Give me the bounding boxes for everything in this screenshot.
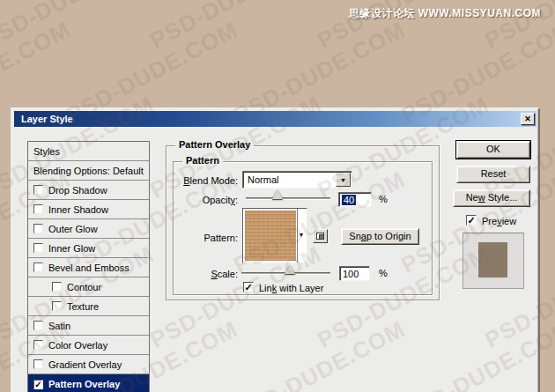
pattern-thumbnail[interactable] bbox=[245, 211, 296, 261]
scale-input[interactable]: 100 bbox=[339, 266, 370, 281]
blend-mode-select[interactable]: Normal ▼ bbox=[242, 171, 352, 189]
checkbox-icon[interactable] bbox=[33, 243, 43, 253]
checkbox-icon[interactable] bbox=[33, 204, 43, 214]
blend-mode-value: Normal bbox=[248, 174, 278, 185]
sidebar-item-label: Color Overlay bbox=[48, 340, 107, 351]
sidebar-item-styles[interactable]: Styles bbox=[28, 142, 149, 161]
sidebar-item-label: Pattern Overlay bbox=[48, 379, 120, 389]
ok-button[interactable]: OK bbox=[456, 141, 530, 159]
checkbox-icon[interactable] bbox=[33, 321, 43, 330]
sidebar-item-label: Gradient Overlay bbox=[48, 359, 122, 370]
sidebar-item-drop-shadow[interactable]: Drop Shadow bbox=[28, 181, 149, 200]
new-preset-button[interactable] bbox=[313, 229, 328, 243]
sidebar-item-inner-glow[interactable]: Inner Glow bbox=[28, 239, 149, 258]
sidebar-item-label: Satin bbox=[48, 321, 70, 331]
dialog-title: Layer Style bbox=[21, 114, 73, 124]
link-with-layer-checkbox[interactable]: ✓ bbox=[243, 282, 254, 292]
styles-list: Styles Blending Options: Default Drop Sh… bbox=[27, 141, 150, 392]
opacity-input[interactable]: 40 bbox=[338, 192, 372, 207]
new-preset-icon bbox=[316, 233, 324, 240]
checkbox-icon[interactable] bbox=[33, 359, 43, 369]
sidebar-item-label: Texture bbox=[67, 301, 99, 312]
new-style-button[interactable]: New Style... bbox=[453, 189, 530, 207]
dialog-titlebar[interactable]: Layer Style ✕ bbox=[14, 111, 536, 127]
preview-label: Preview bbox=[482, 216, 516, 226]
checkbox-icon[interactable] bbox=[52, 301, 62, 311]
sidebar-item-gradient-overlay[interactable]: Gradient Overlay bbox=[28, 355, 149, 374]
sidebar-item-color-overlay[interactable]: Color Overlay bbox=[28, 336, 149, 355]
checkbox-icon[interactable] bbox=[33, 263, 43, 272]
site-credit: 思缘设计论坛 WWW.MISSYUAN.COM bbox=[349, 6, 541, 21]
preview-layer-swatch bbox=[478, 242, 507, 277]
scale-value: 100 bbox=[343, 269, 359, 279]
opacity-slider-track[interactable] bbox=[246, 197, 330, 200]
sidebar-item-label: Contour bbox=[67, 282, 101, 292]
opacity-slider-thumb[interactable] bbox=[272, 190, 283, 199]
reset-button[interactable]: Reset bbox=[456, 166, 530, 183]
layer-style-dialog: Layer Style ✕ Styles Blending Options: D… bbox=[11, 107, 540, 392]
snap-to-origin-button[interactable]: Snap to Origin bbox=[341, 228, 419, 245]
checkbox-checked-icon[interactable]: ✓ bbox=[33, 380, 43, 389]
sidebar-item-inner-shadow[interactable]: Inner Shadow bbox=[28, 200, 149, 219]
preview-thumbnail bbox=[462, 233, 524, 289]
sidebar-item-label: Outer Glow bbox=[48, 224, 98, 234]
sidebar-item-label: Drop Shadow bbox=[48, 185, 107, 196]
watermark-text: PSD-DUDE.COM bbox=[145, 0, 326, 55]
checkbox-icon[interactable] bbox=[33, 340, 43, 350]
checkbox-icon[interactable] bbox=[52, 282, 62, 292]
sidebar-item-label: Styles bbox=[33, 146, 60, 157]
sidebar-item-contour[interactable]: Contour bbox=[28, 277, 149, 297]
sidebar-item-label: Inner Shadow bbox=[48, 204, 108, 215]
link-with-layer-label: Link with Layer bbox=[259, 283, 323, 293]
watermark-text: PSD-DUDE.COM bbox=[0, 0, 159, 55]
opacity-unit: % bbox=[379, 194, 388, 204]
checkbox-icon[interactable] bbox=[33, 185, 43, 195]
opacity-value: 40 bbox=[342, 195, 356, 205]
pattern-label: Pattern: bbox=[176, 233, 238, 243]
scale-label: Scale: bbox=[176, 269, 238, 279]
sidebar-item-label: Blending Options: Default bbox=[33, 166, 144, 176]
sidebar-item-pattern-overlay[interactable]: ✓ Pattern Overlay bbox=[28, 374, 149, 392]
scale-slider-thumb[interactable] bbox=[285, 265, 295, 274]
sidebar-item-bevel-and-emboss[interactable]: Bevel and Emboss bbox=[28, 258, 149, 277]
sidebar-item-label: Inner Glow bbox=[48, 243, 95, 254]
sidebar-item-blending-options[interactable]: Blending Options: Default bbox=[28, 161, 149, 181]
sidebar-item-label: Bevel and Emboss bbox=[48, 263, 130, 273]
scale-unit: % bbox=[379, 268, 388, 278]
close-icon[interactable]: ✕ bbox=[521, 113, 535, 125]
blend-mode-label: Blend Mode: bbox=[176, 175, 238, 186]
chevron-down-icon[interactable]: ▼ bbox=[336, 173, 351, 187]
chevron-down-icon[interactable]: ▼ bbox=[297, 232, 306, 238]
pattern-picker[interactable]: ▼ bbox=[242, 208, 307, 263]
sidebar-item-satin[interactable]: Satin bbox=[28, 316, 149, 336]
sidebar-item-outer-glow[interactable]: Outer Glow bbox=[28, 219, 149, 239]
checkbox-icon[interactable] bbox=[33, 224, 43, 233]
group-title: Pattern Overlay bbox=[175, 139, 254, 150]
sidebar-item-texture[interactable]: Texture bbox=[28, 297, 149, 316]
group-title: Pattern bbox=[182, 155, 223, 166]
opacity-label: Opacity: bbox=[176, 195, 238, 205]
preview-checkbox[interactable]: ✓ bbox=[466, 215, 477, 226]
